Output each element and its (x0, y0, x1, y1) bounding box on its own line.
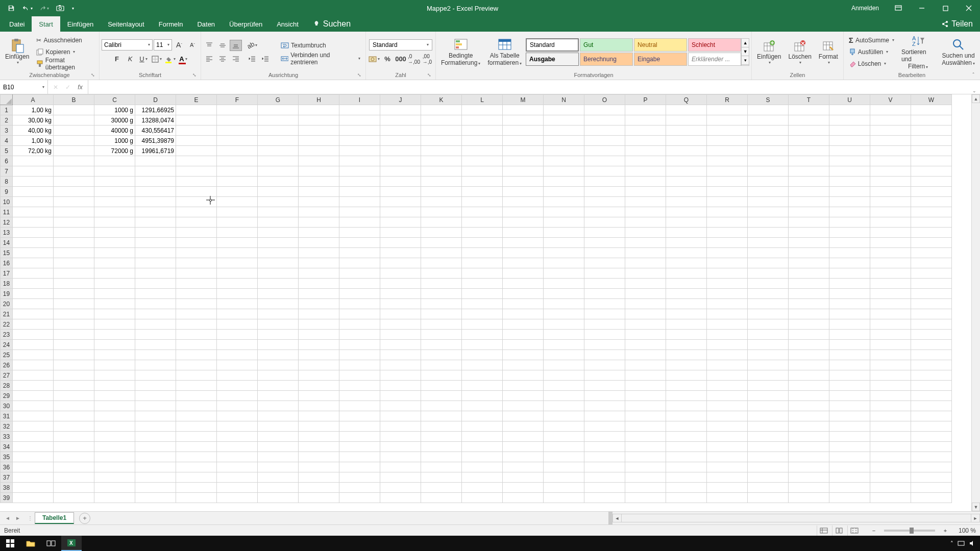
cell-O2[interactable] (584, 115, 625, 126)
row-header-32[interactable]: 32 (1, 421, 13, 432)
cell-S21[interactable] (748, 309, 789, 319)
cell-T16[interactable] (789, 258, 829, 268)
cell-U39[interactable] (829, 493, 870, 503)
cell-C4[interactable]: 1000 g (94, 136, 135, 146)
cell-P3[interactable] (625, 126, 666, 136)
cell-T9[interactable] (789, 187, 829, 197)
cut-button[interactable]: ✂Ausschneiden (33, 35, 97, 46)
cell-A17[interactable] (13, 268, 54, 279)
cell-F32[interactable] (217, 421, 258, 432)
cell-R9[interactable] (707, 187, 748, 197)
cell-D35[interactable] (135, 452, 176, 462)
cell-D11[interactable] (135, 207, 176, 217)
formula-input[interactable] (88, 80, 980, 94)
cell-E1[interactable] (176, 105, 217, 115)
cell-B20[interactable] (54, 299, 94, 309)
cell-M18[interactable] (503, 279, 544, 289)
column-header-W[interactable]: W (911, 95, 952, 105)
cell-P22[interactable] (625, 319, 666, 330)
cell-V10[interactable] (870, 197, 911, 207)
row-header-28[interactable]: 28 (1, 381, 13, 391)
cell-R27[interactable] (707, 370, 748, 381)
cell-N22[interactable] (544, 319, 584, 330)
cell-S24[interactable] (748, 340, 789, 350)
cell-K22[interactable] (421, 319, 462, 330)
cell-T23[interactable] (789, 330, 829, 340)
cell-N34[interactable] (544, 442, 584, 452)
cell-P1[interactable] (625, 105, 666, 115)
cell-H7[interactable] (299, 166, 339, 177)
row-header-13[interactable]: 13 (1, 228, 13, 238)
cell-D27[interactable] (135, 370, 176, 381)
cell-A33[interactable] (13, 432, 54, 442)
cell-G18[interactable] (258, 279, 299, 289)
cell-W15[interactable] (911, 248, 952, 258)
cell-H12[interactable] (299, 217, 339, 228)
cell-B36[interactable] (54, 462, 94, 472)
cell-B13[interactable] (54, 228, 94, 238)
number-dialog-launcher[interactable]: ⤡ (426, 72, 432, 79)
cell-K15[interactable] (421, 248, 462, 258)
cell-E11[interactable] (176, 207, 217, 217)
copy-button[interactable]: Kopieren▾ (33, 46, 97, 58)
cell-E14[interactable] (176, 238, 217, 248)
cell-L38[interactable] (462, 483, 503, 493)
tray-chevron-icon[interactable]: ˄ (950, 540, 953, 547)
cell-K2[interactable] (421, 115, 462, 126)
cell-U24[interactable] (829, 340, 870, 350)
cell-J35[interactable] (380, 452, 421, 462)
cell-H9[interactable] (299, 187, 339, 197)
cell-J31[interactable] (380, 411, 421, 421)
cell-M4[interactable] (503, 136, 544, 146)
cell-A13[interactable] (13, 228, 54, 238)
cell-E25[interactable] (176, 350, 217, 360)
style-erklaerender[interactable]: Erklärender ... (688, 53, 741, 66)
cell-M39[interactable] (503, 493, 544, 503)
cell-C33[interactable] (94, 432, 135, 442)
cell-M25[interactable] (503, 350, 544, 360)
cell-V32[interactable] (870, 421, 911, 432)
cell-H23[interactable] (299, 330, 339, 340)
cell-G7[interactable] (258, 166, 299, 177)
row-header-11[interactable]: 11 (1, 207, 13, 217)
cell-C37[interactable] (94, 472, 135, 483)
cell-H30[interactable] (299, 401, 339, 411)
wrap-text-button[interactable]: Textumbruch (278, 40, 363, 51)
cell-H37[interactable] (299, 472, 339, 483)
cell-S30[interactable] (748, 401, 789, 411)
cell-Q7[interactable] (666, 166, 707, 177)
cell-O19[interactable] (584, 289, 625, 299)
cell-T7[interactable] (789, 166, 829, 177)
row-header-8[interactable]: 8 (1, 177, 13, 187)
cell-G39[interactable] (258, 493, 299, 503)
cell-H24[interactable] (299, 340, 339, 350)
cell-N16[interactable] (544, 258, 584, 268)
cell-G21[interactable] (258, 309, 299, 319)
cell-V28[interactable] (870, 381, 911, 391)
font-color-button[interactable]: A▾ (177, 54, 189, 65)
cell-E36[interactable] (176, 462, 217, 472)
cell-W21[interactable] (911, 309, 952, 319)
cell-Q18[interactable] (666, 279, 707, 289)
cell-R32[interactable] (707, 421, 748, 432)
row-header-18[interactable]: 18 (1, 279, 13, 289)
cell-S12[interactable] (748, 217, 789, 228)
cell-D16[interactable] (135, 258, 176, 268)
cell-O1[interactable] (584, 105, 625, 115)
cell-G29[interactable] (258, 391, 299, 401)
ribbon-tab-datei[interactable]: Datei (2, 16, 32, 32)
column-header-J[interactable]: J (380, 95, 421, 105)
row-header-29[interactable]: 29 (1, 391, 13, 401)
cell-I33[interactable] (339, 432, 380, 442)
cell-V19[interactable] (870, 289, 911, 299)
start-button[interactable] (0, 536, 20, 551)
cell-C1[interactable]: 1000 g (94, 105, 135, 115)
cell-J36[interactable] (380, 462, 421, 472)
style-eingabe[interactable]: Eingabe (634, 53, 687, 66)
cell-S31[interactable] (748, 411, 789, 421)
cell-T8[interactable] (789, 177, 829, 187)
cell-H39[interactable] (299, 493, 339, 503)
cell-T20[interactable] (789, 299, 829, 309)
cell-W1[interactable] (911, 105, 952, 115)
name-box[interactable]: B10▾ (0, 80, 48, 94)
